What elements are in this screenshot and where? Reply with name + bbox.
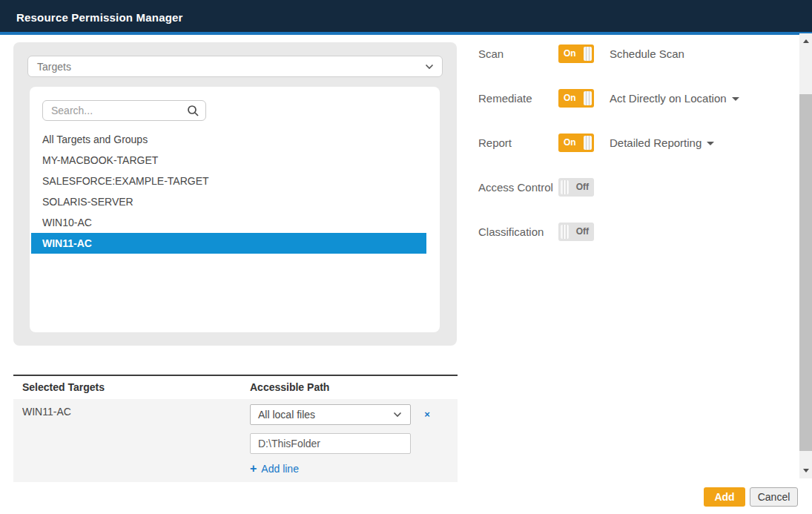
remediate-mode-label: Act Directly on Location bbox=[610, 92, 727, 105]
report-mode-label: Detailed Reporting bbox=[610, 136, 702, 149]
scan-label: Scan bbox=[478, 47, 558, 60]
cancel-button[interactable]: Cancel bbox=[750, 487, 798, 507]
list-item[interactable]: All Targets and Groups bbox=[31, 129, 426, 150]
plus-icon: + bbox=[250, 462, 257, 475]
toggle-on-label: On bbox=[558, 48, 581, 59]
classification-toggle[interactable]: Off bbox=[558, 223, 594, 241]
search-icon bbox=[187, 105, 199, 120]
column-header-selected-targets: Selected Targets bbox=[22, 381, 105, 393]
search-box bbox=[42, 100, 206, 121]
section-divider bbox=[13, 375, 458, 376]
targets-panel: Targets All Targets and Groups MY-MACBOO… bbox=[13, 42, 457, 346]
add-button[interactable]: Add bbox=[704, 487, 745, 507]
classification-label: Classification bbox=[478, 225, 558, 238]
perm-row-classification: Classification Off bbox=[478, 222, 797, 241]
scan-toggle[interactable]: On bbox=[558, 45, 594, 63]
access-control-label: Access Control bbox=[478, 181, 558, 194]
vertical-scrollbar bbox=[799, 33, 812, 478]
toggle-grip-icon bbox=[584, 91, 592, 105]
add-line-label: Add line bbox=[261, 463, 299, 475]
toggle-off-label: Off bbox=[571, 226, 594, 237]
perm-row-remediate: Remediate On Act Directly on Location bbox=[478, 88, 797, 108]
resource-permission-manager-dialog: Resource Permission Manager Targets All bbox=[0, 0, 812, 514]
scroll-down-icon[interactable] bbox=[799, 464, 812, 477]
path-type-value: All local files bbox=[251, 409, 393, 421]
schedule-scan-label: Schedule Scan bbox=[610, 47, 684, 60]
report-mode-dropdown[interactable]: Detailed Reporting bbox=[610, 136, 714, 149]
toggle-grip-icon bbox=[561, 180, 569, 194]
report-toggle[interactable]: On bbox=[558, 134, 594, 152]
table-row: WIN11-AC All local files × + Add line bbox=[13, 399, 458, 482]
toggle-grip-icon bbox=[561, 225, 569, 239]
list-item-selected[interactable]: WIN11-AC bbox=[31, 233, 426, 254]
list-item[interactable]: MY-MACBOOK-TARGET bbox=[31, 150, 426, 171]
search-input[interactable] bbox=[42, 100, 206, 121]
list-item[interactable]: WIN10-AC bbox=[31, 212, 426, 233]
toggle-grip-icon bbox=[584, 136, 592, 150]
targets-dropdown[interactable]: Targets bbox=[27, 56, 443, 77]
caret-down-icon bbox=[732, 97, 739, 101]
remediate-label: Remediate bbox=[478, 92, 558, 105]
toggle-grip-icon bbox=[584, 47, 592, 61]
targets-dropdown-value: Targets bbox=[28, 61, 425, 73]
chevron-down-icon bbox=[425, 64, 434, 70]
remediate-toggle[interactable]: On bbox=[558, 89, 594, 108]
selected-target-name: WIN11-AC bbox=[22, 406, 71, 418]
dialog-title: Resource Permission Manager bbox=[16, 0, 183, 35]
toggle-off-label: Off bbox=[571, 182, 594, 192]
path-input[interactable] bbox=[250, 433, 411, 454]
dialog-header: Resource Permission Manager bbox=[0, 0, 812, 35]
target-list: All Targets and Groups MY-MACBOOK-TARGET… bbox=[31, 129, 426, 254]
column-header-accessible-path: Accessible Path bbox=[250, 381, 329, 393]
targets-list-card: All Targets and Groups MY-MACBOOK-TARGET… bbox=[30, 87, 440, 332]
remediate-mode-dropdown[interactable]: Act Directly on Location bbox=[610, 92, 739, 105]
caret-down-icon bbox=[707, 142, 714, 145]
scroll-up-icon[interactable] bbox=[799, 35, 812, 47]
path-type-dropdown[interactable]: All local files bbox=[250, 404, 411, 425]
scrollbar-thumb[interactable] bbox=[799, 94, 812, 451]
list-item[interactable]: SALESFORCE:EXAMPLE-TARGET bbox=[31, 171, 426, 191]
chevron-down-icon bbox=[393, 412, 402, 418]
perm-row-access-control: Access Control Off bbox=[478, 177, 797, 197]
list-item[interactable]: SOLARIS-SERVER bbox=[31, 191, 426, 212]
add-line-link[interactable]: + Add line bbox=[250, 462, 299, 475]
report-label: Report bbox=[478, 136, 558, 149]
perm-row-scan: Scan On Schedule Scan bbox=[478, 44, 797, 63]
perm-row-report: Report On Detailed Reporting bbox=[478, 133, 797, 152]
remove-row-icon[interactable]: × bbox=[419, 404, 435, 425]
access-control-toggle[interactable]: Off bbox=[558, 178, 594, 197]
schedule-scan-option[interactable]: Schedule Scan bbox=[610, 47, 684, 60]
toggle-on-label: On bbox=[558, 93, 581, 103]
toggle-on-label: On bbox=[558, 137, 581, 148]
